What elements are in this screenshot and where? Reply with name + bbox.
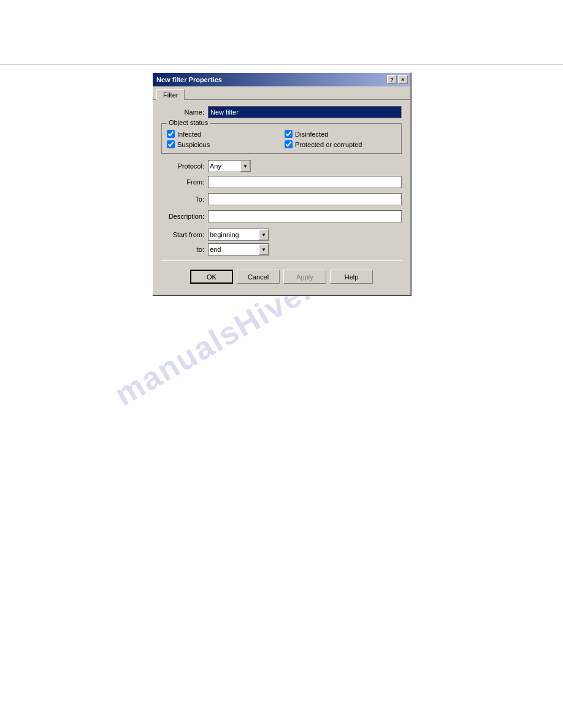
dialog-body: Name: Object status Infected Disinfected [153, 99, 410, 295]
name-input[interactable] [208, 106, 402, 118]
title-bar: New filter Properties ? × [153, 73, 410, 86]
title-bar-controls: ? × [387, 75, 408, 84]
disinfected-label: Disinfected [295, 131, 328, 138]
from-input[interactable] [208, 176, 402, 188]
tab-area: Filter [153, 86, 410, 99]
description-input[interactable] [208, 210, 402, 222]
start-from-select[interactable]: beginning end [208, 229, 269, 241]
protected-row: Protected or corrupted [285, 140, 396, 148]
close-button[interactable]: × [398, 75, 408, 84]
infected-row: Infected [167, 130, 278, 138]
to-label: To: [161, 195, 204, 203]
help-dialog-button[interactable]: Help [330, 270, 373, 284]
ok-button[interactable]: OK [190, 270, 233, 284]
cancel-button[interactable]: Cancel [237, 270, 280, 284]
protected-checkbox[interactable] [285, 140, 293, 148]
page-background: manualsHive.com New filter Properties ? … [0, 0, 563, 728]
protocol-row: Protocol: Any HTTP FTP SMTP POP3 ▼ [161, 160, 402, 172]
name-label: Name: [161, 108, 204, 116]
to-input[interactable] [208, 193, 402, 205]
group-box-legend: Object status [167, 119, 210, 126]
time-range-section: Start from: beginning end ▼ to: end [161, 229, 402, 256]
name-row: Name: [161, 106, 402, 118]
infected-label: Infected [177, 131, 201, 138]
to-row: To: [161, 193, 402, 205]
suspicious-label: Suspicious [177, 141, 210, 148]
top-divider [0, 64, 563, 65]
start-from-row: Start from: beginning end ▼ [161, 229, 402, 241]
to-time-select-wrapper: end beginning ▼ [208, 243, 269, 256]
infected-checkbox[interactable] [167, 130, 175, 138]
description-row: Description: [161, 210, 402, 222]
suspicious-row: Suspicious [167, 140, 278, 148]
protected-label: Protected or corrupted [295, 141, 362, 148]
to-time-label: to: [161, 246, 204, 253]
disinfected-checkbox[interactable] [285, 130, 293, 138]
apply-button[interactable]: Apply [283, 270, 326, 284]
button-row: OK Cancel Apply Help [161, 270, 402, 289]
protocol-select[interactable]: Any HTTP FTP SMTP POP3 [208, 160, 251, 172]
object-status-group: Object status Infected Disinfected Suspi… [161, 123, 402, 154]
description-label: Description: [161, 213, 204, 220]
to-time-row: to: end beginning ▼ [161, 243, 402, 256]
protocol-select-wrapper: Any HTTP FTP SMTP POP3 ▼ [208, 160, 251, 172]
disinfected-row: Disinfected [285, 130, 396, 138]
checkbox-grid: Infected Disinfected Suspicious Protecte… [167, 130, 396, 148]
start-from-label: Start from: [161, 231, 204, 238]
filter-tab[interactable]: Filter [156, 89, 185, 100]
from-label: From: [161, 178, 204, 186]
button-separator [161, 260, 402, 261]
protocol-label: Protocol: [161, 162, 204, 170]
help-button[interactable]: ? [387, 75, 397, 84]
from-row: From: [161, 176, 402, 188]
dialog-title: New filter Properties [156, 76, 222, 83]
suspicious-checkbox[interactable] [167, 140, 175, 148]
dialog-window: New filter Properties ? × Filter Name: O… [152, 72, 411, 295]
start-from-select-wrapper: beginning end ▼ [208, 229, 269, 241]
to-time-select[interactable]: end beginning [208, 243, 269, 256]
